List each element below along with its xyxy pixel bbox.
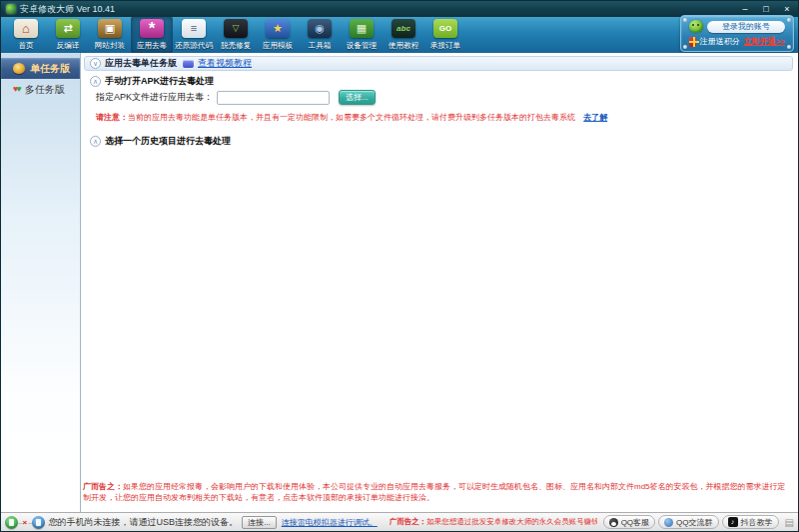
gold-coin-icon [13,63,25,74]
screw-icon [787,45,791,49]
toolbar-item-home[interactable]: ⌂ 首页 [5,17,47,53]
browse-button[interactable]: 选择... [339,90,376,105]
decompile-icon: ⇄ [56,19,80,38]
website-package-icon: ▣ [98,19,122,38]
sidebar-item-multi-task[interactable]: ♥♥ 多任务版 [1,79,80,100]
screw-icon [683,45,687,49]
toolbar-label: 应用去毒 [137,40,167,50]
statusbar-ad-body: 如果您想通过批发安卓修改大师的永久会员账号赚钱，请点击顶部的“承接订单”联系我们… [426,517,596,526]
screw-icon [787,18,791,22]
qq-penguin-icon [609,518,618,527]
screw-icon [683,18,687,22]
register-points-label: 注册送积分 [700,36,740,47]
statusbar-ad-text: 广而告之：如果您想通过批发安卓修改大师的永久会员账号赚钱，请点击顶部的“承接订单… [390,517,597,527]
section-title: 选择一个历史项目进行去毒处理 [105,135,231,148]
chevron-down-icon[interactable]: ∨ [90,58,101,69]
gift-icon [689,37,696,47]
toolbox-icon: ◉ [308,19,332,38]
phone-status-icon [5,516,18,529]
video-tutorial-link[interactable]: 查看视频教程 [198,57,252,70]
section-header-manual-apk[interactable]: ∧ 手动打开APK进行去毒处理 [84,74,793,89]
toolbar-item-orders[interactable]: GO 承接订单 [424,17,466,53]
toolbar-label: 还原源代码 [175,40,213,50]
toolbar-item-app-devirus[interactable]: * 应用去毒 [131,17,173,53]
statusbar-corner-icon[interactable]: ▤ [785,517,794,528]
activate-now-link[interactable]: 立即开通>> [744,36,785,47]
apk-picker-row: 指定APK文件进行应用去毒： 选择... [96,90,793,105]
account-panel: 登录我的账号 注册送积分 立即开通>> [680,15,794,52]
document-icon: ≡ [182,19,206,38]
video-icon [183,60,194,68]
section-title: 手动打开APK进行去毒处理 [105,75,214,88]
chevron-up-icon[interactable]: ∧ [90,136,101,147]
section-header-history[interactable]: ∧ 选择一个历史项目进行去毒处理 [84,134,793,149]
toolbar-item-app-template[interactable]: ★ 应用模板 [257,17,299,53]
toolbar-label: 反编译 [57,40,80,50]
section-header-devirus-single[interactable]: ∨ 应用去毒单任务版 查看视频教程 [84,56,793,71]
window-title: 安卓修改大师 Ver 10.41 [20,3,115,16]
body: 单任务版 ♥♥ 多任务版 ∨ 应用去毒单任务版 查看视频教程 ∧ 手动打开APK… [1,53,798,512]
status-bar: – × – 您的手机尚未连接，请通过USB连接您的设备。 连接... 连接雷电模… [1,512,798,531]
statusbar-buttons: QQ客服 QQ交流群 ♪ 抖音教学 ▤ [603,515,794,529]
group-icon [664,518,673,527]
toolbar-label: 使用教程 [389,40,418,50]
login-button[interactable]: 登录我的账号 [707,21,785,33]
disconnected-x-icon: × [22,518,27,527]
toolbar-item-restore-source[interactable]: ≡ 还原源代码 [173,17,215,53]
qq-group-label: QQ交流群 [676,517,712,528]
apk-field-label: 指定APK文件进行应用去毒： [96,91,213,104]
virus-icon: * [140,19,164,38]
ad-prefix: 广而告之： [83,482,123,491]
go-bag-icon: GO [433,19,457,38]
close-icon[interactable]: × [781,4,793,14]
app-icon [6,4,16,14]
maximize-icon[interactable]: □ [760,4,772,14]
toolbar-item-device-manager[interactable]: ▦ 设备管理 [341,17,383,53]
toolbar-label: 网站封装 [95,40,125,50]
notice-body: 当前的应用去毒功能是单任务版本，并且有一定功能限制，如需要多个文件循环处理，请付… [128,113,575,122]
dash-icon: – [18,518,21,527]
main-toolbar: ⌂ 首页 ⇄ 反编译 ▣ 网站封装 * 应用去毒 ≡ 还原源代码 ▽ 脱壳修复 … [1,17,798,53]
sidebar-item-label: 单任务版 [30,62,70,76]
toolbar-item-unpack-repair[interactable]: ▽ 脱壳修复 [215,17,257,53]
apk-path-input[interactable] [217,91,330,105]
douyin-label: 抖音教学 [741,517,773,528]
app-window: 安卓修改大师 Ver 10.41 – □ × ⌂ 首页 ⇄ 反编译 ▣ 网站封装… [0,0,799,532]
toolbar-item-toolbox[interactable]: ◉ 工具箱 [299,17,341,53]
flask-icon: ▽ [224,19,248,38]
toolbar-label: 工具箱 [309,40,332,50]
toolbar-item-website-package[interactable]: ▣ 网站封装 [89,17,131,53]
title-bar: 安卓修改大师 Ver 10.41 – □ × [1,1,798,17]
content-area: ∨ 应用去毒单任务版 查看视频教程 ∧ 手动打开APK进行去毒处理 指定APK文… [81,53,798,512]
window-controls: – □ × [739,4,793,14]
blackboard-icon: abc [392,19,415,38]
pc-status-icon [32,516,45,529]
minimize-icon[interactable]: – [739,4,751,14]
toolbar-label: 设备管理 [347,40,377,50]
connect-button[interactable]: 连接... [242,516,277,529]
toolbar-item-tutorial[interactable]: abc 使用教程 [383,17,424,53]
learn-more-link[interactable]: 去了解 [583,113,607,122]
star-badge-icon: ★ [266,19,290,38]
douyin-icon: ♪ [728,517,738,527]
notice-prefix: 请注意： [96,113,128,122]
toolbar-item-decompile[interactable]: ⇄ 反编译 [47,17,89,53]
qq-service-button[interactable]: QQ客服 [603,515,655,529]
chevron-up-icon[interactable]: ∧ [90,76,101,87]
hearts-icon: ♥♥ [13,85,20,94]
toolbar-label: 首页 [18,40,33,50]
douyin-button[interactable]: ♪ 抖音教学 [722,515,779,529]
device-status-text: 您的手机尚未连接，请通过USB连接您的设备。 [49,516,239,529]
toolbar-label: 应用模板 [263,40,293,50]
section-title: 应用去毒单任务版 [105,57,177,70]
sidebar: 单任务版 ♥♥ 多任务版 [1,53,81,512]
sidebar-item-label: 多任务版 [25,83,65,97]
home-icon: ⌂ [14,19,38,38]
ad-body: 如果您的应用经常报毒，会影响用户的下载和使用体验，本公司提供专业的自动应用去毒服… [83,482,786,502]
emulator-debug-link[interactable]: 连接雷电模拟器进行调试。 [282,517,378,528]
ad-paragraph: 广而告之：如果您的应用经常报毒，会影响用户的下载和使用体验，本公司提供专业的自动… [83,481,792,503]
qq-group-button[interactable]: QQ交流群 [658,515,718,529]
device-manager-icon: ▦ [350,19,374,38]
qq-service-label: QQ客服 [621,517,649,528]
sidebar-item-single-task[interactable]: 单任务版 [1,58,80,79]
